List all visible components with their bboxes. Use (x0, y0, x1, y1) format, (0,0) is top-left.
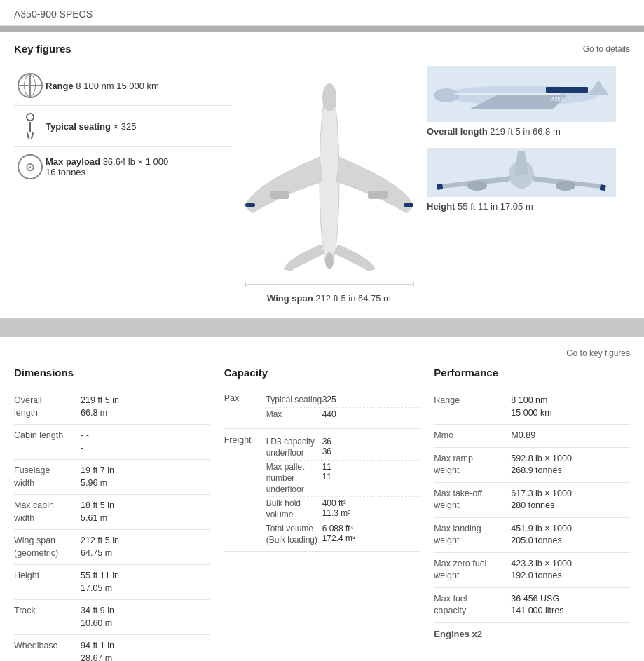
range-spec-text: Range 8 100 nm 15 000 km (46, 81, 159, 91)
performance-title: Performance (434, 367, 630, 380)
svg-rect-12 (546, 87, 588, 93)
seating-spec-text: Typical seating × 325 (46, 121, 136, 132)
svg-rect-5 (404, 203, 413, 207)
perf-range: Range 8 100 nm15 000 km (434, 390, 630, 425)
key-figures-section: Key figures Go to details Range 8 100 nm… (0, 32, 644, 318)
dimensions-title: Dimensions (14, 367, 210, 380)
globe-icon (18, 73, 43, 98)
section-divider (0, 318, 644, 337)
svg-point-0 (320, 87, 339, 269)
details-section: Go to key figures Dimensions Overallleng… (0, 337, 644, 661)
pax-section: Pax Typical seating 325 Max 440 (224, 390, 420, 429)
freight-section: Freight LD3 capacity underfloor 3636 Max… (224, 432, 420, 551)
plane-front-view (427, 148, 616, 197)
page-title: A350-900 SPECS (0, 0, 644, 26)
range-spec-item: Range 8 100 nm 15 000 km (14, 66, 231, 106)
key-figures-right: A350 Overall length 219 ft 5 in 66.8 m (427, 66, 630, 212)
perf-engines: Engines x2 (434, 623, 630, 646)
svg-rect-3 (368, 191, 388, 199)
svg-rect-2 (270, 191, 289, 199)
dim-wing-span: Wing span(geometric) 212 ft 5 in64.75 m (14, 530, 210, 565)
progress-bar (0, 26, 644, 32)
svg-rect-16 (437, 184, 443, 190)
go-to-key-figures[interactable]: Go to key figures (14, 344, 630, 367)
svg-rect-4 (245, 203, 255, 207)
dim-height: Height 55 ft 11 in17.05 m (14, 565, 210, 600)
go-to-details-link[interactable]: Go to details (583, 44, 630, 54)
perf-max-landing: Max landingweight 451.9 lb × 1000205.0 t… (434, 518, 630, 553)
person-icon (26, 113, 34, 139)
wing-span-label: Wing span 212 ft 5 in 64.75 m (267, 293, 391, 304)
payload-icon: ⊙ (18, 154, 43, 179)
payload-spec-item: ⊙ Max payload 36.64 lb × 1 00016 tonnes (14, 147, 231, 186)
svg-rect-17 (600, 184, 606, 191)
plane-center: Wing span 212 ft 5 in 64.75 m (231, 66, 427, 304)
plane-top-view-svg (238, 66, 420, 290)
payload-spec-text: Max payload 36.64 lb × 1 00016 tonnes (46, 156, 168, 177)
dim-overall-length: Overalllength 219 ft 5 in66.8 m (14, 390, 210, 425)
key-figures-title: Key figures (14, 43, 71, 55)
dim-max-cabin-width: Max cabinwidth 18 ft 5 in5.61 m (14, 495, 210, 530)
overall-length-label: Overall length 219 ft 5 in 66.8 m (427, 126, 630, 137)
svg-text:A350: A350 (551, 97, 563, 102)
dim-cabin-length: Cabin length - -- (14, 425, 210, 460)
svg-point-6 (325, 252, 334, 269)
svg-point-18 (467, 181, 487, 191)
svg-point-1 (322, 83, 336, 111)
perf-mmo: Mmo M0.89 (434, 425, 630, 448)
capacity-title: Capacity (224, 367, 420, 380)
svg-point-11 (434, 88, 459, 102)
svg-point-19 (556, 181, 575, 191)
perf-max-zero-fuel: Max zero fuelweight 423.3 lb × 1000192.0… (434, 553, 630, 588)
svg-rect-13 (455, 93, 560, 95)
dim-track: Track 34 ft 9 in10.60 m (14, 600, 210, 635)
perf-max-fuel: Max fuelcapacity 36 456 USG141 000 litre… (434, 588, 630, 623)
plane-side-view: A350 (427, 66, 616, 122)
capacity-col: Capacity Pax Typical seating 325 Max 440 (224, 367, 434, 661)
key-figures-left: Range 8 100 nm 15 000 km Typ (14, 66, 231, 186)
perf-max-ramp: Max rampweight 592.8 lb × 1000268.9 tonn… (434, 448, 630, 483)
dim-wheelbase: Wheelbase 94 ft 1 in28.67 m (14, 635, 210, 661)
perf-max-takeoff: Max take-offweight 617.3 lb × 1000280 to… (434, 483, 630, 518)
performance-col: Performance Range 8 100 nm15 000 km Mmo … (434, 367, 630, 661)
dim-fuselage-width: Fuselagewidth 19 ft 7 in5.96 m (14, 460, 210, 495)
seating-spec-item: Typical seating × 325 (14, 106, 231, 147)
height-label: Height 55 ft 11 in 17.05 m (427, 201, 630, 212)
dimensions-col: Dimensions Overalllength 219 ft 5 in66.8… (14, 367, 224, 661)
